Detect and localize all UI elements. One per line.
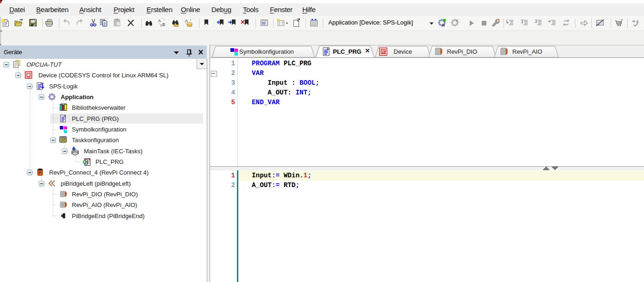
svg-text:B: B <box>162 22 165 27</box>
svg-text:A: A <box>158 19 161 23</box>
svg-text:A: A <box>185 19 188 23</box>
